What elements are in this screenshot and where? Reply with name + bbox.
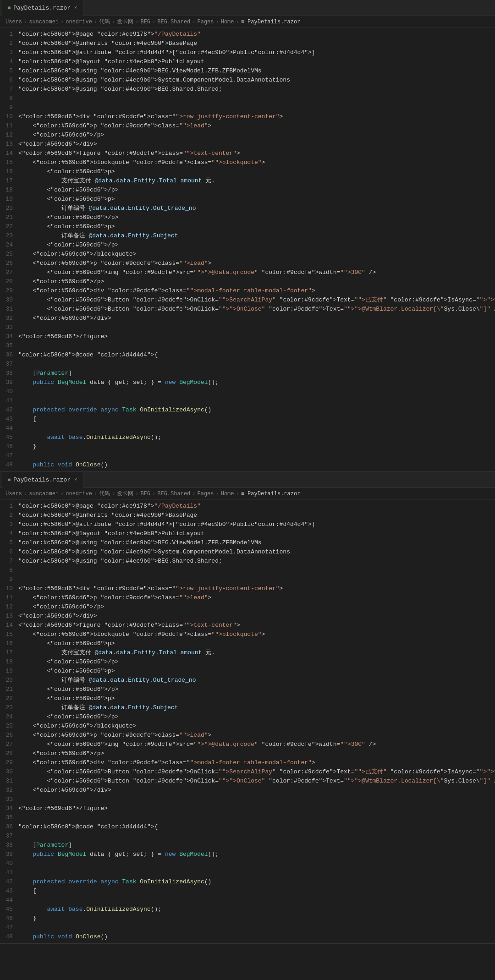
breadcrumb-item-1-8[interactable]: Home <box>221 491 234 497</box>
breadcrumb-item-1-2[interactable]: onedrive <box>66 491 92 497</box>
code-line-0-48: 48 public void OnClose() <box>0 460 495 470</box>
line-number-1-36: 36 <box>0 822 18 832</box>
breadcrumb-item-1-0[interactable]: Users <box>6 491 22 497</box>
code-line-1-48: 48 public void OnClose() <box>0 932 495 942</box>
line-content-1-18: <"color:#569cd6">/p> <box>18 657 495 667</box>
code-line-1-9: 9 <box>0 575 495 584</box>
code-line-0-35: 35 <box>0 341 495 350</box>
line-content-0-5: "color:#c586c0">@using "color:#4ec9b0">B… <box>18 66 495 76</box>
code-area-0[interactable]: 1"color:#c586c0">@page "color:#ce9178">"… <box>0 28 495 471</box>
line-number-0-7: 7 <box>0 85 18 94</box>
line-number-1-37: 37 <box>0 832 18 841</box>
code-line-1-7: 7"color:#c586c0">@using "color:#4ec9b0">… <box>0 557 495 566</box>
line-number-0-4: 4 <box>0 57 18 66</box>
line-number-1-16: 16 <box>0 639 18 648</box>
line-number-1-40: 40 <box>0 859 18 868</box>
line-content-1-21: <"color:#569cd6">/p> <box>18 685 495 694</box>
breadcrumb-bar-1: Users›suncaomei›onedrive›代码›发卡网›BEG›BEG.… <box>0 488 495 500</box>
line-content-1-31: <"color:#569cd6">Button "color:#9cdcfe">… <box>18 777 495 786</box>
breadcrumb-item-0-2[interactable]: onedrive <box>66 19 92 25</box>
breadcrumb-item-1-3[interactable]: 代码 <box>99 490 110 498</box>
code-line-1-44: 44 <box>0 896 495 905</box>
code-line-0-13: 13<"color:#569cd6">/div> <box>0 140 495 149</box>
line-content-0-32: <"color:#569cd6">/div> <box>18 314 495 323</box>
line-number-1-7: 7 <box>0 557 18 566</box>
breadcrumb-item-1-4[interactable]: 发卡网 <box>117 490 133 498</box>
breadcrumb-item-0-6[interactable]: BEG.Shared <box>157 19 190 25</box>
code-line-0-30: 30 <"color:#569cd6">Button "color:#9cdcf… <box>0 296 495 305</box>
breadcrumb-item-0-8[interactable]: Home <box>221 19 234 25</box>
line-content-1-19: <"color:#569cd6">p> <box>18 667 495 676</box>
code-line-0-11: 11 <"color:#569cd6">p "color:#9cdcfe">cl… <box>0 121 495 131</box>
code-line-0-42: 42 protected override async Task OnIniti… <box>0 405 495 415</box>
line-number-1-24: 24 <box>0 712 18 722</box>
code-line-0-22: 22 <"color:#569cd6">p> <box>0 222 495 231</box>
line-number-0-1: 1 <box>0 30 18 39</box>
line-number-0-10: 10 <box>0 112 18 121</box>
line-content-0-7: "color:#c586c0">@using "color:#4ec9b0">B… <box>18 85 495 94</box>
code-line-0-33: 33 <box>0 323 495 332</box>
code-line-1-39: 39 public BegModel data { get; set; } = … <box>0 850 495 859</box>
line-number-1-4: 4 <box>0 529 18 538</box>
line-number-1-38: 38 <box>0 841 18 850</box>
line-content-0-26: <"color:#569cd6">p "color:#9cdcfe">class… <box>18 259 495 268</box>
code-line-0-10: 10<"color:#569cd6">div "color:#9cdcfe">c… <box>0 112 495 121</box>
breadcrumb-item-1-6[interactable]: BEG.Shared <box>157 491 190 497</box>
line-content-1-39: public BegModel data { get; set; } = new… <box>18 850 495 859</box>
code-line-0-4: 4"color:#c586c0">@layout "color:#4ec9b0"… <box>0 57 495 66</box>
code-line-1-8: 8 <box>0 566 495 575</box>
code-line-0-38: 38 [Parameter] <box>0 369 495 378</box>
code-line-0-27: 27 <"color:#569cd6">img "color:#9cdcfe">… <box>0 268 495 277</box>
code-line-1-23: 23 订单备注 @data.data.Entity.Subject <box>0 703 495 712</box>
breadcrumb-item-0-5[interactable]: BEG <box>140 19 150 25</box>
breadcrumb-item-0-1[interactable]: suncaomei <box>29 19 59 25</box>
line-number-1-27: 27 <box>0 740 18 749</box>
tab-close-btn-1[interactable]: × <box>74 477 77 482</box>
line-number-1-6: 6 <box>0 547 18 557</box>
code-line-0-3: 3"color:#c586c0">@attribute "color:#d4d4… <box>0 48 495 57</box>
breadcrumb-item-1-7[interactable]: Pages <box>197 491 214 497</box>
breadcrumb-sep: › <box>236 491 239 497</box>
breadcrumb-item-1-1[interactable]: suncaomei <box>29 491 59 497</box>
code-line-1-15: 15 <"color:#569cd6">blockquote "color:#9… <box>0 630 495 639</box>
line-number-1-14: 14 <box>0 621 18 630</box>
line-number-0-43: 43 <box>0 415 18 424</box>
line-content-1-23: 订单备注 @data.data.Entity.Subject <box>18 703 495 712</box>
line-number-1-11: 11 <box>0 593 18 602</box>
code-line-0-36: 36"color:#c586c0">@code "color:#d4d4d4">… <box>0 350 495 360</box>
code-line-0-20: 20 订单编号 @data.data.Entity.Out_trade_no <box>0 204 495 213</box>
code-line-1-24: 24 <"color:#569cd6">/p> <box>0 712 495 722</box>
line-content-0-16: <"color:#569cd6">p> <box>18 167 495 176</box>
code-line-1-11: 11 <"color:#569cd6">p "color:#9cdcfe">cl… <box>0 593 495 602</box>
line-content-0-13: <"color:#569cd6">/div> <box>18 140 495 149</box>
code-area-1[interactable]: 1"color:#c586c0">@page "color:#ce9178">"… <box>0 500 495 943</box>
line-number-0-20: 20 <box>0 204 18 213</box>
breadcrumb-item-0-0[interactable]: Users <box>6 19 22 25</box>
line-content-0-22: <"color:#569cd6">p> <box>18 222 495 231</box>
tab-close-btn-0[interactable]: × <box>74 5 77 11</box>
line-number-1-8: 8 <box>0 566 18 575</box>
line-number-0-16: 16 <box>0 167 18 176</box>
breadcrumb-item-0-7[interactable]: Pages <box>197 19 214 25</box>
code-line-0-21: 21 <"color:#569cd6">/p> <box>0 213 495 222</box>
line-content-0-2: "color:#c586c0">@inherits "color:#4ec9b0… <box>18 39 495 48</box>
breadcrumb-item-0-3[interactable]: 代码 <box>99 18 110 26</box>
editor-panel-0: ≡PayDetails.razor×Users›suncaomei›onedri… <box>0 0 495 472</box>
breadcrumb-item-1-5[interactable]: BEG <box>140 491 150 497</box>
line-content-1-14: <"color:#569cd6">figure "color:#9cdcfe">… <box>18 621 495 630</box>
tab-paydetails-1[interactable]: ≡PayDetails.razor× <box>2 472 83 488</box>
line-content-0-46: } <box>18 442 495 451</box>
line-number-0-46: 46 <box>0 442 18 451</box>
code-line-0-32: 32 <"color:#569cd6">/div> <box>0 314 495 323</box>
breadcrumb-item-0-4[interactable]: 发卡网 <box>117 18 133 26</box>
code-line-0-47: 47 <box>0 451 495 460</box>
line-number-1-30: 30 <box>0 767 18 777</box>
line-number-1-39: 39 <box>0 850 18 859</box>
line-content-1-45: await base.OnInitializedAsync(); <box>18 905 495 914</box>
line-content-0-38: [Parameter] <box>18 369 495 378</box>
code-line-0-43: 43 { <box>0 415 495 424</box>
file-icon-0: ≡ <box>7 5 11 11</box>
tab-paydetails-0[interactable]: ≡PayDetails.razor× <box>2 0 83 16</box>
code-line-1-6: 6"color:#c586c0">@using "color:#4ec9b0">… <box>0 547 495 557</box>
code-line-1-32: 32 <"color:#569cd6">/div> <box>0 786 495 795</box>
